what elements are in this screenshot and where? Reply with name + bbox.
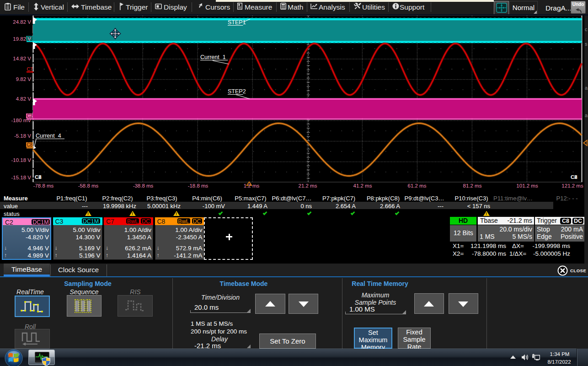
svg-text:4.82 V: 4.82 V <box>16 96 32 102</box>
svg-text:Current_1: Current_1 <box>200 54 226 60</box>
svg-text:61.2 ms: 61.2 ms <box>408 183 427 188</box>
svg-text:19.82 V: 19.82 V <box>13 36 31 42</box>
svg-text:81.2 ms: 81.2 ms <box>463 183 482 188</box>
svg-text:-58.8 ms: -58.8 ms <box>78 183 99 188</box>
svg-text:101.2 ms: 101.2 ms <box>516 183 538 188</box>
svg-text:2: 2 <box>574 174 577 180</box>
svg-text:1.2 ms: 1.2 ms <box>244 183 260 188</box>
svg-text:C7: C7 <box>27 67 33 72</box>
svg-text:-18.8 ms: -18.8 ms <box>188 183 208 188</box>
svg-text:C8: C8 <box>27 142 33 147</box>
svg-text:-180 mV: -180 mV <box>11 118 32 123</box>
svg-text:-15.18 V: -15.18 V <box>11 175 32 180</box>
svg-text:-10.18 V: -10.18 V <box>11 157 32 163</box>
svg-text:-78.8 ms: -78.8 ms <box>33 183 54 188</box>
svg-text:24.82 V: 24.82 V <box>13 19 31 25</box>
svg-text:121.2 ms: 121.2 ms <box>561 183 583 188</box>
svg-text:2: 2 <box>38 174 41 180</box>
svg-text:STEP2: STEP2 <box>228 88 246 95</box>
svg-text:41.2 ms: 41.2 ms <box>353 183 372 188</box>
svg-text:-38.8 ms: -38.8 ms <box>133 183 154 188</box>
svg-text:Current_4: Current_4 <box>36 133 61 139</box>
svg-text:-5.18 V: -5.18 V <box>14 133 31 139</box>
svg-text:14.82 V: 14.82 V <box>13 56 31 61</box>
svg-text:21.2 ms: 21.2 ms <box>299 183 317 188</box>
svg-text:9.82 V: 9.82 V <box>16 76 32 82</box>
svg-text:STEP1: STEP1 <box>228 19 246 26</box>
